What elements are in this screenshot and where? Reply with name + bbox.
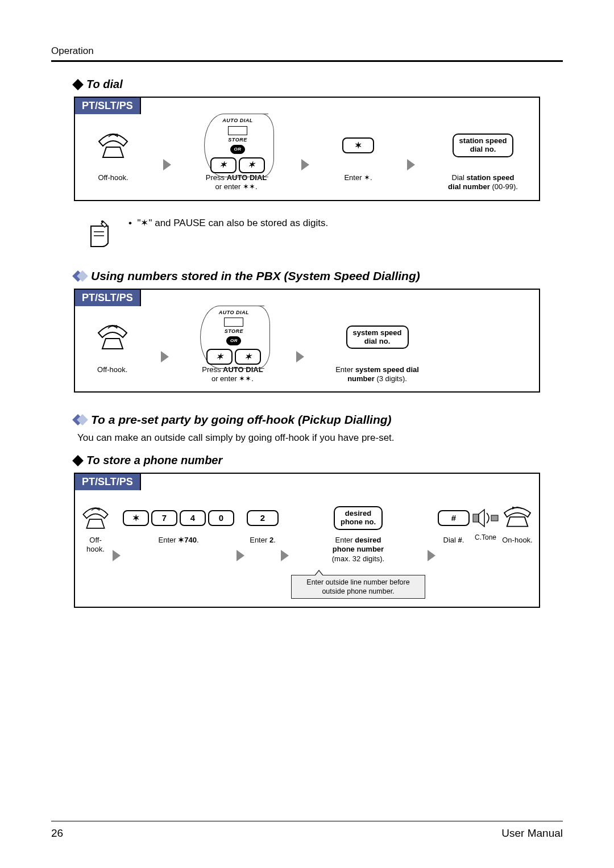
step-enter-740: ✶ 7 4 0 Enter ✶740. (123, 504, 234, 545)
header-section-label: Operation (51, 45, 563, 57)
arrow-icon (161, 351, 169, 362)
caption-enter-740: Enter ✶740. (158, 536, 198, 545)
phone-offhook-icon (81, 504, 110, 532)
step-autodial: AUTO DIAL STORE OR ✶ ✶ Press AUTO DIAL o… (204, 121, 268, 192)
key-7: 7 (151, 510, 177, 526)
header-rule (51, 60, 563, 62)
svg-rect-3 (473, 514, 479, 522)
step-desired-phone: desired phone no. Enter desired phone nu… (291, 504, 425, 599)
autodial-bottom-label: STORE (225, 328, 243, 335)
diagram-to-dial: PT/SLT/PS Off-hook. (74, 97, 540, 201)
heading-store-text: To store a phone number (86, 454, 222, 467)
autodial-top-label: AUTO DIAL (219, 310, 249, 316)
caption-dial-hash: Dial #. (443, 536, 464, 545)
arrow-icon (407, 159, 415, 170)
step-offhook: Off-hook. (96, 121, 130, 182)
option-bracket: AUTO DIAL STORE OR ✶ ✶ (204, 114, 268, 177)
diagram-tab: PT/SLT/PS (74, 473, 141, 490)
key-star: ✶ (235, 349, 261, 365)
heading-system-speed-text: Using numbers stored in the PBX (System … (91, 269, 420, 283)
svg-point-2 (101, 220, 103, 223)
station-speed-box: station speed dial no. (453, 133, 514, 157)
heading-store: To store a phone number (74, 454, 563, 467)
system-speed-box: system speed dial no. (346, 326, 409, 349)
arrow-icon (163, 159, 171, 170)
step-enter-2: 2 Enter 2. (247, 504, 279, 545)
svg-rect-4 (491, 515, 498, 521)
heading-pickup-text: To a pre-set party by going off-hook (Pi… (91, 413, 392, 427)
step-offhook: Off-hook. (81, 504, 110, 554)
heading-pickup: To a pre-set party by going off-hook (Pi… (74, 413, 563, 427)
caption-offhook: Off-hook. (81, 536, 110, 554)
double-diamond-icon (74, 416, 86, 424)
double-diamond-icon (74, 272, 86, 280)
step-onhook: On-hook. (501, 504, 533, 545)
phone-offhook-icon (96, 130, 130, 161)
key-star: ✶ (210, 157, 237, 173)
autodial-top-label: AUTO DIAL (222, 118, 252, 124)
arrow-icon (237, 550, 244, 561)
diagram-system-speed: PT/SLT/PS Off-hook. (74, 289, 540, 393)
autodial-button-icon (228, 126, 247, 135)
caption-offhook: Off-hook. (97, 365, 127, 374)
key-0: 0 (208, 510, 234, 526)
heading-system-speed: Using numbers stored in the PBX (System … (74, 269, 563, 283)
footer-rule (51, 821, 563, 821)
notepad-icon (85, 217, 117, 249)
arrow-icon (296, 351, 304, 362)
key-hash: # (438, 510, 470, 526)
manual-label: User Manual (501, 827, 563, 840)
key-4: 4 (180, 510, 206, 526)
step-station-speed: station speed dial no. Dial station spee… (448, 121, 518, 192)
step-star: ✶ Enter ✶. (342, 121, 374, 182)
diamond-icon (72, 455, 84, 466)
phone-offhook-icon (96, 322, 130, 353)
diagram-tab: PT/SLT/PS (74, 289, 141, 306)
diagram-store: PT/SLT/PS Off-hook. ✶ (74, 473, 540, 608)
key-star: ✶ (239, 157, 265, 173)
step-dial-hash: # Dial #. (438, 504, 470, 545)
caption-desired-phone: Enter desired phone number (max. 32 digi… (332, 536, 384, 564)
note-text: • "✶" and PAUSE can also be stored as di… (128, 217, 328, 229)
or-label: OR (230, 145, 245, 154)
note-row: • "✶" and PAUSE can also be stored as di… (85, 217, 540, 249)
arrow-icon (428, 550, 435, 561)
page-footer: 26 User Manual (51, 821, 563, 840)
diamond-icon (72, 79, 84, 90)
autodial-button-icon (224, 318, 243, 327)
arrow-icon (281, 550, 289, 561)
or-label: OR (226, 336, 241, 345)
phone-onhook-icon (501, 506, 533, 531)
key-star: ✶ (206, 349, 233, 365)
option-bracket: AUTO DIAL STORE OR ✶ ✶ (200, 306, 264, 369)
key-star: ✶ (342, 137, 374, 153)
arrow-icon (301, 159, 309, 170)
heading-to-dial-text: To dial (86, 78, 123, 91)
step-autodial: AUTO DIAL STORE OR ✶ ✶ Press AUTO DIAL o… (200, 313, 264, 384)
autodial-bottom-label: STORE (228, 137, 247, 143)
step-system-speed: system speed dial no. Enter system speed… (335, 313, 419, 384)
caption-star: Enter ✶. (344, 173, 372, 182)
diagram-tab: PT/SLT/PS (74, 97, 141, 114)
ctone-label: C.Tone (475, 533, 496, 542)
heading-to-dial: To dial (74, 78, 563, 91)
speaker-ctone-icon (472, 508, 499, 528)
caption-enter-2: Enter 2. (250, 536, 276, 545)
desired-phone-box: desired phone no. (334, 506, 383, 530)
page-number: 26 (51, 827, 63, 840)
key-2: 2 (247, 510, 279, 526)
callout-note: Enter outside line number before outside… (291, 575, 425, 599)
caption-onhook: On-hook. (502, 536, 532, 545)
caption-system-speed: Enter system speed dial number (3 digits… (335, 365, 419, 384)
step-offhook: Off-hook. (96, 313, 130, 374)
pickup-paragraph: You can make an outside call simply by g… (77, 432, 540, 444)
step-ctone: C.Tone (472, 504, 499, 542)
key-star: ✶ (123, 510, 149, 526)
caption-offhook: Off-hook. (98, 173, 128, 182)
caption-station-speed: Dial station speed dial number (00-99). (448, 173, 518, 192)
arrow-icon (113, 550, 121, 561)
